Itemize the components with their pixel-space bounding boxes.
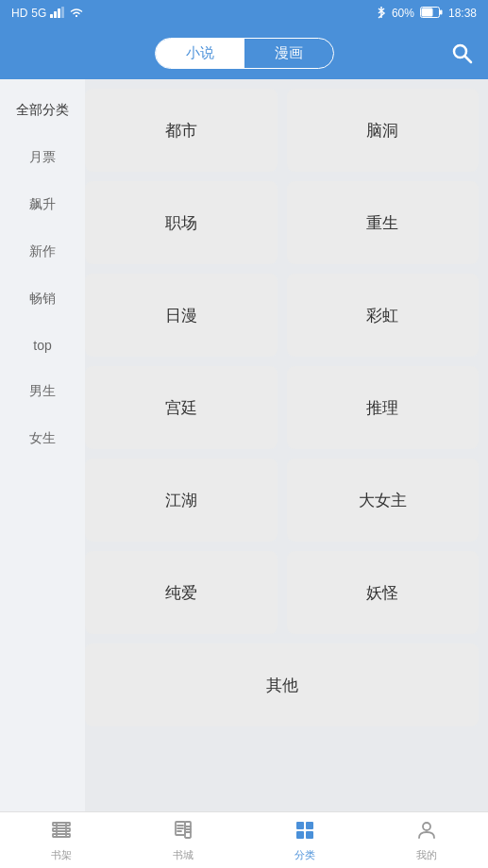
category-card-chunai[interactable]: 纯爱 <box>85 551 278 634</box>
svg-rect-25 <box>306 822 313 829</box>
status-left: HD 5G <box>11 7 84 21</box>
sidebar-item-monthly[interactable]: 月票 <box>0 134 85 181</box>
category-card-jianghu[interactable]: 江湖 <box>85 459 278 542</box>
wifi-icon <box>69 7 84 21</box>
search-icon <box>450 42 473 64</box>
main-content: 全部分类 月票 飙升 新作 畅销 top 男生 女生 都市脑洞职场重生日漫彩虹宫… <box>0 79 488 811</box>
category-card-dushi[interactable]: 都市 <box>85 89 278 172</box>
category-card-tuili[interactable]: 推理 <box>287 366 480 449</box>
signal-bars <box>50 7 65 21</box>
battery-icon <box>420 7 443 21</box>
category-card-danuozhu[interactable]: 大女主 <box>287 459 480 542</box>
time-display: 18:38 <box>448 7 477 20</box>
nav-item-profile[interactable]: 我的 <box>366 812 488 868</box>
status-right: 60% 18:38 <box>377 6 477 22</box>
sidebar-item-bestseller[interactable]: 畅销 <box>0 275 85 323</box>
tab-manga[interactable]: 漫画 <box>244 39 333 68</box>
category-card-qita[interactable]: 其他 <box>85 643 479 726</box>
category-card-yaoguai[interactable]: 妖怪 <box>287 551 480 634</box>
svg-rect-0 <box>50 14 53 18</box>
signal-5g: 5G <box>31 7 46 20</box>
tab-switch[interactable]: 小说 漫画 <box>155 38 334 69</box>
network-indicator: HD <box>11 7 27 20</box>
search-button[interactable] <box>450 42 473 64</box>
bluetooth-icon <box>377 6 386 22</box>
nav-item-shelf[interactable]: 书架 <box>0 812 122 868</box>
svg-rect-13 <box>53 834 70 837</box>
svg-point-28 <box>423 823 430 830</box>
profile-label: 我的 <box>416 848 437 862</box>
store-icon <box>172 819 194 845</box>
profile-icon <box>415 819 438 845</box>
header: 小说 漫画 <box>0 26 488 79</box>
category-card-gongting[interactable]: 宫廷 <box>85 366 278 449</box>
category-grid: 都市脑洞职场重生日漫彩虹宫廷推理江湖大女主纯爱妖怪其他 <box>85 79 488 811</box>
shelf-icon <box>50 819 73 845</box>
category-icon <box>294 819 316 845</box>
store-label: 书城 <box>173 848 194 862</box>
sidebar-item-top[interactable]: top <box>0 323 85 368</box>
category-card-caihong[interactable]: 彩虹 <box>287 274 480 357</box>
svg-rect-12 <box>53 828 70 831</box>
nav-item-store[interactable]: 书城 <box>122 812 244 868</box>
status-bar: HD 5G 60% <box>0 0 488 26</box>
svg-rect-24 <box>296 822 304 829</box>
category-card-zhichang[interactable]: 职场 <box>85 181 278 264</box>
shelf-label: 书架 <box>51 848 72 862</box>
sidebar-item-female[interactable]: 女生 <box>0 415 85 462</box>
sidebar-item-male[interactable]: 男生 <box>0 368 85 415</box>
sidebar: 全部分类 月票 飙升 新作 畅销 top 男生 女生 <box>0 79 85 811</box>
battery-percent: 60% <box>392 7 414 20</box>
sidebar-item-all[interactable]: 全部分类 <box>0 87 85 134</box>
sidebar-item-new[interactable]: 新作 <box>0 228 85 275</box>
svg-rect-1 <box>54 11 57 18</box>
svg-rect-11 <box>53 823 70 826</box>
svg-rect-2 <box>58 8 60 18</box>
category-card-naodong[interactable]: 脑洞 <box>287 89 480 172</box>
svg-rect-8 <box>421 8 432 16</box>
svg-rect-27 <box>306 831 313 839</box>
svg-rect-7 <box>440 9 443 14</box>
svg-rect-3 <box>61 7 64 18</box>
category-label: 分类 <box>294 848 315 862</box>
svg-rect-26 <box>296 831 304 839</box>
category-card-chongsheng[interactable]: 重生 <box>287 181 480 264</box>
svg-line-10 <box>465 57 472 63</box>
svg-point-4 <box>76 15 77 17</box>
tab-novel[interactable]: 小说 <box>156 39 244 68</box>
bottom-nav: 书架 书城 分类 <box>0 811 488 868</box>
category-card-riman[interactable]: 日漫 <box>85 274 278 357</box>
sidebar-item-rising[interactable]: 飙升 <box>0 181 85 228</box>
nav-item-category[interactable]: 分类 <box>244 812 366 868</box>
